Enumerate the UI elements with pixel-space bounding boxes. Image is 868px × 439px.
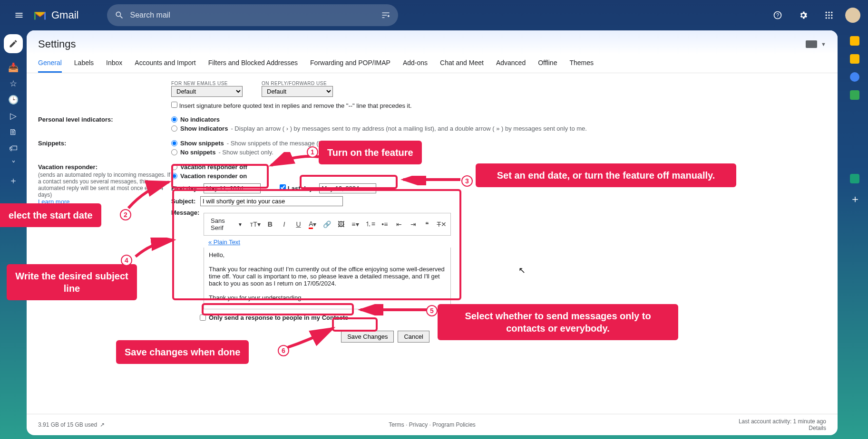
svg-point-4	[831, 12, 832, 13]
search-bar[interactable]	[107, 4, 398, 26]
message-toolbar: Sans Serif ▼ тT▾ B I U A▾ 🔗 🖼 ≡▾ ⒈≡ •≡	[204, 213, 451, 236]
first-day-label: First day:	[171, 185, 199, 192]
policies-link[interactable]: Program Policies	[432, 421, 476, 428]
vacation-off-radio[interactable]	[171, 164, 177, 170]
sig-insert-before-checkbox[interactable]	[171, 102, 177, 108]
personal-indicators-label: Personal level indicators:	[38, 115, 171, 123]
snoozed-nav-icon[interactable]: 🕒	[6, 92, 21, 107]
last-day-checkbox[interactable]	[280, 184, 286, 191]
tab-general[interactable]: General	[38, 54, 62, 73]
gmail-logo[interactable]: Gmail	[32, 9, 78, 21]
main-menu-button[interactable]	[8, 4, 30, 27]
tab-advanced[interactable]: Advanced	[496, 54, 526, 73]
underline-icon[interactable]: U	[294, 219, 303, 229]
settings-gear-icon[interactable]	[794, 6, 813, 25]
tab-offline[interactable]: Offline	[538, 54, 557, 73]
sig-insert-before-label: Insert signature before quoted text in r…	[179, 102, 412, 109]
svg-point-6	[828, 14, 829, 16]
last-day-input[interactable]	[319, 183, 376, 193]
annotation-badge-4: 4	[121, 255, 132, 266]
italic-icon[interactable]: I	[280, 219, 289, 229]
indent-less-icon[interactable]: ⇤	[394, 219, 404, 229]
more-nav-icon[interactable]: ˅	[6, 157, 21, 172]
plain-text-link[interactable]: « Plain Text	[204, 236, 240, 248]
sig-new-select[interactable]: Default	[171, 86, 243, 97]
snippets-label: Snippets:	[38, 139, 171, 147]
keep-app-icon[interactable]	[850, 54, 859, 64]
get-addons-icon[interactable]: ＋	[850, 192, 859, 201]
snippets-show-radio[interactable]	[171, 140, 177, 146]
numbered-list-icon[interactable]: ⒈≡	[365, 219, 375, 229]
sent-nav-icon[interactable]: ▷	[6, 108, 21, 124]
quote-icon[interactable]: ❝	[423, 219, 432, 229]
tasks-app-icon[interactable]	[850, 72, 859, 82]
message-body-editor[interactable]: Hello, Thank you for reaching out! I'm c…	[204, 248, 451, 309]
save-changes-button[interactable]: Save Changes	[341, 331, 394, 343]
subject-label: Subject:	[171, 198, 195, 205]
svg-point-8	[826, 17, 827, 19]
contacts-app-icon[interactable]	[850, 90, 859, 100]
annotation-5: Select whether to send messages only to …	[438, 304, 678, 340]
indicators-none-radio[interactable]	[171, 116, 177, 123]
indicators-show-desc: - Display an arrow ( › ) by messages sen…	[231, 125, 587, 132]
input-tools-dropdown-icon[interactable]: ▼	[821, 41, 826, 47]
search-input[interactable]	[130, 11, 375, 19]
tab-filters[interactable]: Filters and Blocked Addresses	[208, 54, 298, 73]
svg-point-5	[826, 14, 827, 16]
storage-usage: 3.91 GB of 15 GB used	[38, 421, 97, 428]
calendar-app-icon[interactable]	[850, 36, 859, 46]
font-selector[interactable]: Sans Serif ▼	[208, 216, 245, 232]
mouse-cursor-icon: ↖	[518, 265, 526, 276]
bullet-list-icon[interactable]: •≡	[380, 219, 390, 229]
sig-reply-label: ON REPLY/FORWARD USE	[262, 81, 333, 86]
contacts-only-checkbox[interactable]	[200, 315, 206, 321]
activity-text: Last account activity: 1 minute ago	[739, 418, 826, 425]
terms-link[interactable]: Terms	[389, 421, 404, 428]
new-label-icon[interactable]: ＋	[6, 173, 21, 188]
tab-inbox[interactable]: Inbox	[106, 54, 122, 73]
annotation-badge-1: 1	[307, 146, 318, 158]
remove-format-icon[interactable]: T✕	[437, 219, 447, 229]
activity-details-link[interactable]: Details	[809, 425, 826, 431]
privacy-link[interactable]: Privacy	[409, 421, 428, 428]
tab-chat[interactable]: Chat and Meet	[440, 54, 484, 73]
vacation-off-label: Vacation responder off	[180, 163, 247, 171]
sig-reply-select[interactable]: Default	[262, 86, 333, 97]
tab-labels[interactable]: Labels	[74, 54, 94, 73]
tab-accounts[interactable]: Accounts and Import	[135, 54, 195, 73]
tab-forwarding[interactable]: Forwarding and POP/IMAP	[310, 54, 390, 73]
image-icon[interactable]: 🖼	[336, 219, 346, 229]
inbox-nav-icon[interactable]: 📥	[6, 60, 21, 75]
annotation-4: Write the desired subject line	[7, 264, 137, 300]
snippets-none-desc: - Show subject only.	[218, 149, 273, 156]
storage-open-icon[interactable]: ↗	[100, 421, 105, 428]
snippets-none-radio[interactable]	[171, 149, 177, 155]
bold-icon[interactable]: B	[265, 219, 275, 229]
align-icon[interactable]: ≡▾	[351, 219, 360, 229]
tab-addons[interactable]: Add-ons	[403, 54, 428, 73]
snippets-show-label: Show snippets	[180, 140, 224, 147]
input-tools-icon[interactable]	[806, 40, 817, 48]
starred-nav-icon[interactable]: ☆	[6, 76, 21, 91]
text-color-icon[interactable]: A▾	[308, 219, 317, 229]
google-apps-icon[interactable]	[819, 6, 839, 25]
tab-themes[interactable]: Themes	[569, 54, 594, 73]
addon-app-icon[interactable]	[850, 174, 859, 183]
indent-more-icon[interactable]: ⇥	[409, 219, 418, 229]
subject-input[interactable]	[200, 196, 343, 206]
compose-button[interactable]	[4, 34, 23, 53]
support-icon[interactable]: ?	[768, 6, 787, 25]
vacation-on-radio[interactable]	[171, 173, 177, 179]
svg-point-2	[826, 12, 827, 13]
cancel-button[interactable]: Cancel	[398, 331, 429, 343]
account-avatar[interactable]	[845, 8, 860, 23]
drafts-nav-icon[interactable]: 🗎	[6, 124, 21, 140]
indicators-show-radio[interactable]	[171, 125, 177, 132]
first-day-input[interactable]	[204, 183, 261, 193]
labels-nav-icon[interactable]: 🏷	[6, 141, 21, 156]
search-options-icon[interactable]	[381, 10, 390, 20]
link-icon[interactable]: 🔗	[322, 219, 332, 229]
font-size-icon[interactable]: тT▾	[250, 219, 261, 229]
svg-point-9	[828, 17, 829, 19]
annotation-6: Save changes when done	[116, 340, 249, 364]
